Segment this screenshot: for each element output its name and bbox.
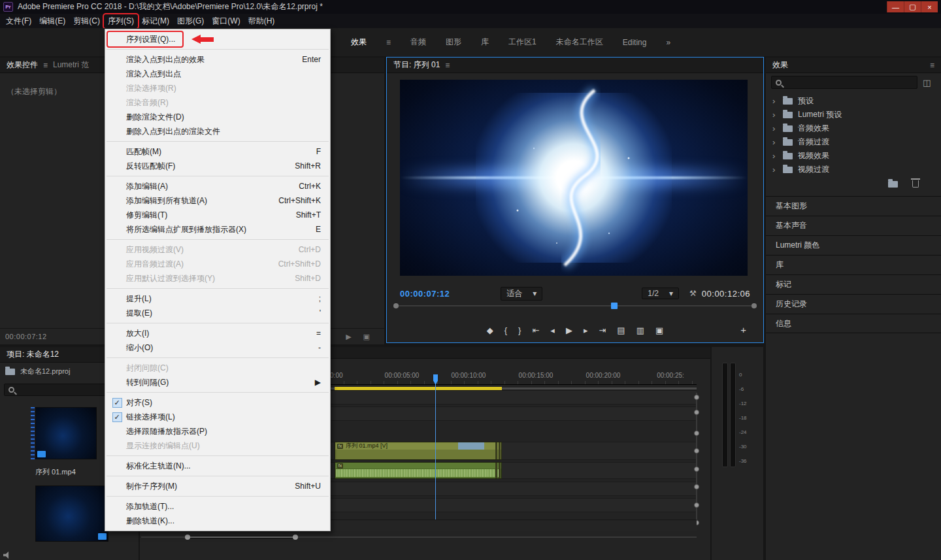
sequence-menu-item[interactable]: 标准化主轨道(N)... [105, 459, 330, 473]
mark-in-icon[interactable]: { [504, 325, 507, 335]
sequence-menu-item[interactable]: 选择跟随播放指示器(P) [105, 424, 330, 438]
workspace-tab-4[interactable]: 库 [481, 37, 489, 48]
menubar-item-8[interactable]: 帮助(H) [244, 14, 279, 28]
video-clip[interactable]: fx 序列 01.mp4 [V] [335, 442, 502, 460]
sequence-menu-item[interactable]: 提取(E)' [105, 306, 330, 320]
play-icon[interactable]: ▶ [346, 333, 351, 341]
panel-menu-icon[interactable]: ≡ [386, 38, 391, 47]
chevron-right-icon[interactable]: › [772, 96, 778, 106]
go-to-in-icon[interactable]: ⇤ [532, 325, 539, 335]
project-item-thumbnail-1[interactable] [35, 407, 97, 459]
workspace-overflow-icon[interactable]: » [666, 38, 670, 47]
chevron-right-icon[interactable]: › [772, 165, 778, 174]
effects-group-3[interactable]: ›音频效果 [766, 122, 941, 135]
sequence-menu-item[interactable]: 删除入点到出点的渲染文件 [105, 124, 330, 139]
project-file-row[interactable]: 未命名12.prproj [5, 367, 70, 376]
sequence-menu-item[interactable]: 转到间隔(G)▶ [105, 375, 330, 389]
mark-out-icon[interactable]: } [518, 325, 521, 335]
track-a3[interactable] [330, 498, 697, 512]
add-marker-icon[interactable]: ◆ [487, 325, 493, 335]
track-scroll-knob[interactable] [694, 467, 699, 472]
workspace-tab-2[interactable]: 音频 [410, 37, 426, 48]
track-scroll-knob[interactable] [694, 448, 699, 453]
panel-tab-2[interactable]: 基本声音 [766, 216, 941, 235]
zoom-handle-right[interactable] [293, 535, 298, 540]
close-button[interactable]: × [921, 1, 938, 12]
timeline-zoom-scrollbar[interactable] [141, 534, 697, 540]
timeline-playhead-line[interactable] [435, 376, 436, 530]
panel-tab-3[interactable]: Lumetri 颜色 [766, 235, 941, 255]
chevron-right-icon[interactable]: › [772, 110, 778, 120]
sequence-menu-item[interactable]: 缩小(O)- [105, 340, 330, 355]
fx-badge[interactable]: fx [337, 444, 343, 449]
tab-effects[interactable]: 效果 [772, 59, 788, 71]
track-scroll-knob[interactable] [694, 502, 699, 508]
current-timecode[interactable]: 00:00:07:12 [400, 289, 450, 299]
panel-tab-4[interactable]: 库 [766, 255, 941, 274]
effects-search-input[interactable] [771, 76, 917, 89]
chevron-right-icon[interactable]: › [772, 124, 778, 133]
panel-tab-6[interactable]: 历史记录 [766, 294, 941, 314]
toolbar-grid-icon[interactable]: ▣ [363, 333, 370, 341]
sequence-menu-item[interactable]: 添加轨道(T)... [105, 499, 330, 514]
resolution-dropdown[interactable]: 1/2 ▾ [642, 288, 679, 299]
menubar-item-6[interactable]: 图形(G) [173, 14, 208, 28]
workspace-tab-5[interactable]: 工作区1 [508, 37, 537, 48]
settings-wrench-icon[interactable]: ⚒ [689, 289, 697, 298]
tab-effect-controls[interactable]: 效果控件 [7, 59, 38, 71]
scrubber-track[interactable] [397, 305, 753, 306]
track-scroll-knob[interactable] [694, 395, 699, 400]
track-a2[interactable] [330, 482, 697, 496]
clip-out-handle[interactable] [495, 442, 501, 459]
sequence-menu-item[interactable]: 渲染入点到出点的效果Enter [105, 52, 330, 67]
sequence-menu-item[interactable]: 制作子序列(M)Shift+U [105, 479, 330, 493]
button-editor-plus[interactable]: + [740, 324, 746, 335]
sequence-menu-item[interactable]: 删除渲染文件(D) [105, 110, 330, 124]
track-scroll-knob[interactable] [694, 484, 699, 489]
sequence-menu-item[interactable]: 修剪编辑(T)Shift+T [105, 208, 330, 222]
menubar-item-4[interactable]: 序列(S) [104, 14, 138, 28]
workspace-tab-7[interactable]: Editing [623, 38, 647, 47]
play-icon[interactable]: ▶ [566, 325, 572, 335]
timeline-ruler[interactable]: 00:0000:00:05:0000:00:10:0000:00:15:0000… [330, 371, 697, 385]
program-monitor-title[interactable]: 节目: 序列 01 [393, 59, 440, 71]
zoom-handle-left[interactable] [185, 535, 190, 540]
track-scroll-knob[interactable] [694, 431, 699, 436]
workspace-tab-3[interactable]: 图形 [446, 37, 461, 48]
scrubber-playhead[interactable] [611, 303, 618, 309]
fx-badge[interactable]: fx [337, 463, 343, 469]
zoom-scrollbar-thumb[interactable] [188, 536, 295, 538]
effects-group-6[interactable]: ›视频过渡 [766, 163, 941, 176]
sequence-menu-item[interactable]: 匹配帧(M)F [105, 144, 330, 159]
export-frame-icon[interactable]: ▣ [655, 325, 663, 335]
clip-out-handle[interactable] [495, 463, 501, 478]
track-scroll-knob[interactable] [694, 410, 699, 415]
workspace-tab-6[interactable]: 未命名工作区 [556, 37, 603, 48]
step-back-icon[interactable]: ◂ [550, 325, 555, 335]
effects-group-1[interactable]: ›预设 [766, 94, 941, 108]
sequence-menu-item[interactable]: 将所选编辑点扩展到播放指示器(X)E [105, 222, 330, 237]
sequence-menu-item[interactable]: 序列设置(Q)... [105, 32, 330, 46]
sequence-menu-item[interactable]: ✓链接选择项(L) [105, 410, 330, 424]
effects-group-5[interactable]: ›视频效果 [766, 149, 941, 163]
step-forward-icon[interactable]: ▸ [584, 325, 588, 335]
panel-tab-1[interactable]: 基本图形 [766, 196, 941, 216]
go-to-out-icon[interactable]: ⇥ [599, 325, 606, 335]
menubar-item-3[interactable]: 剪辑(C) [69, 14, 104, 28]
sequence-menu-item[interactable]: 渲染入点到出点 [105, 67, 330, 81]
new-bin-icon[interactable] [888, 181, 898, 188]
menubar-item-5[interactable]: 标记(M) [138, 14, 173, 28]
tab-lumetri-scopes[interactable]: Lumetri 范 [53, 59, 89, 71]
menubar-item-2[interactable]: 编辑(E) [35, 14, 69, 28]
delete-icon[interactable] [912, 180, 919, 188]
track-v2[interactable] [330, 406, 697, 421]
program-scrubber[interactable] [395, 302, 755, 310]
sequence-menu-item[interactable]: 删除轨道(K)... [105, 514, 330, 528]
menubar-item-1[interactable]: 文件(F) [2, 14, 35, 28]
extract-icon[interactable]: ▥ [636, 325, 644, 335]
effects-group-4[interactable]: ›音频过渡 [766, 135, 941, 149]
project-item-label[interactable]: 序列 01.mp4 [35, 467, 76, 477]
maximize-button[interactable]: ▢ [904, 1, 921, 12]
sequence-menu-item[interactable]: 提升(L); [105, 291, 330, 306]
chevron-right-icon[interactable]: › [772, 151, 778, 161]
